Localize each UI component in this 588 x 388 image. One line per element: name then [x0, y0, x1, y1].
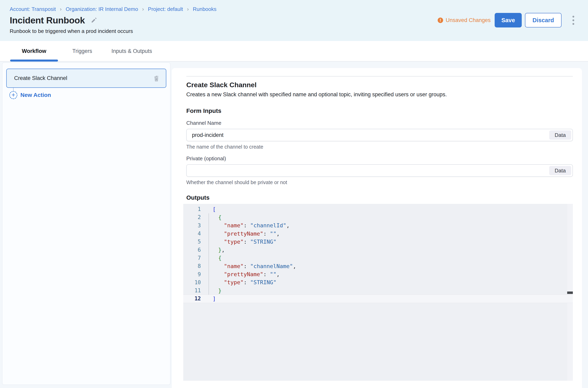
code-line[interactable]: 3"name": "channelId",	[183, 221, 573, 230]
action-detail-panel: Create Slack Channel Creates a new Slack…	[172, 68, 582, 388]
warning-icon: !	[438, 18, 443, 23]
private-data-button[interactable]: Data	[549, 166, 571, 175]
content-area: Create Slack Channel + New Action Create…	[0, 62, 588, 388]
workflow-step-create-slack-channel[interactable]: Create Slack Channel	[6, 69, 166, 88]
code-line-text: }	[204, 288, 221, 294]
code-line-text: "name": "channelName",	[204, 263, 296, 269]
editor-scrollbar-thumb[interactable]	[567, 291, 573, 294]
code-line-text: {	[204, 214, 221, 220]
page-subtitle: Runbook to be triggered when a prod inci…	[10, 28, 588, 34]
code-line[interactable]: 12]	[183, 294, 573, 303]
line-number: 1	[183, 206, 204, 212]
action-title: Create Slack Channel	[186, 81, 573, 89]
line-number: 3	[183, 222, 204, 229]
page-header: Account: Transposit › Organization: IR I…	[0, 0, 588, 41]
channel-name-input[interactable]	[186, 129, 573, 141]
unsaved-changes-status: ! Unsaved Changes	[438, 17, 491, 24]
code-line-text: },	[204, 247, 225, 253]
form-inputs-heading: Form Inputs	[186, 107, 573, 114]
code-rows: 1[2{3"name": "channelId",4"prettyName": …	[183, 204, 573, 303]
new-action-button[interactable]: + New Action	[9, 91, 166, 99]
chevron-right-icon: ›	[60, 6, 62, 12]
code-line[interactable]: 6},	[183, 246, 573, 254]
chevron-right-icon: ›	[187, 6, 189, 12]
tab-inputs-outputs[interactable]: Inputs & Outputs	[103, 41, 161, 61]
outputs-heading: Outputs	[186, 194, 573, 201]
line-number: 2	[183, 214, 204, 220]
breadcrumb-organization[interactable]: Organization: IR Internal Demo	[66, 6, 138, 12]
code-line[interactable]: 2{	[183, 213, 573, 221]
tab-bar: Workflow Triggers Inputs & Outputs	[0, 41, 588, 62]
plus-circle-icon: +	[9, 91, 17, 99]
chevron-right-icon: ›	[142, 6, 144, 12]
code-line-text: {	[204, 255, 221, 261]
private-label: Private (optional)	[186, 155, 573, 162]
top-divider	[186, 76, 573, 76]
private-input[interactable]	[186, 164, 573, 177]
code-line-text: ]	[204, 295, 216, 302]
breadcrumb: Account: Transposit › Organization: IR I…	[10, 6, 588, 12]
code-line[interactable]: 11}	[183, 287, 573, 294]
tab-workflow[interactable]: Workflow	[10, 41, 58, 61]
line-number: 11	[183, 288, 204, 293]
code-line-text: "type": "STRING"	[204, 239, 276, 245]
workflow-steps-panel: Create Slack Channel + New Action	[2, 62, 171, 385]
private-helper: Whether the channel should be private or…	[186, 179, 573, 185]
workflow-step-label: Create Slack Channel	[14, 75, 67, 81]
code-line-text: "name": "channelId",	[204, 222, 290, 229]
discard-button[interactable]: Discard	[525, 13, 561, 27]
action-description: Creates a new Slack channel with specifi…	[186, 92, 573, 98]
line-number: 4	[183, 231, 204, 237]
channel-name-label: Channel Name	[186, 120, 573, 126]
code-line[interactable]: 1[	[183, 205, 573, 213]
channel-name-data-button[interactable]: Data	[549, 130, 571, 140]
line-number: 8	[183, 263, 204, 269]
line-number: 7	[183, 255, 204, 261]
code-line-text: "prettyName": "",	[204, 271, 280, 277]
line-number: 9	[183, 271, 204, 277]
active-tab-indicator	[10, 60, 58, 62]
code-line-text: [	[204, 206, 216, 212]
code-line[interactable]: 4"prettyName": "",	[183, 230, 573, 238]
code-line[interactable]: 8"name": "channelName",	[183, 262, 573, 270]
edit-title-pencil-icon[interactable]	[90, 17, 97, 24]
code-line-text: "type": "STRING"	[204, 279, 276, 286]
tab-triggers[interactable]: Triggers	[66, 41, 98, 61]
channel-name-helper: The name of the channel to create	[186, 144, 573, 150]
code-line[interactable]: 9"prettyName": "",	[183, 270, 573, 278]
page-title: Incident Runbook	[10, 15, 85, 26]
breadcrumb-runbooks[interactable]: Runbooks	[193, 6, 216, 12]
new-action-label: New Action	[20, 92, 51, 98]
code-line[interactable]: 7{	[183, 254, 573, 262]
code-line[interactable]: 5"type": "STRING"	[183, 238, 573, 246]
line-number: 6	[183, 247, 204, 253]
line-number: 12	[183, 295, 204, 302]
code-line[interactable]: 10"type": "STRING"	[183, 278, 573, 287]
step-connector-line	[13, 88, 14, 91]
status-text: Unsaved Changes	[446, 17, 491, 24]
delete-step-trash-icon[interactable]	[153, 74, 160, 82]
breadcrumb-account[interactable]: Account: Transposit	[10, 6, 56, 12]
save-button[interactable]: Save	[495, 13, 522, 27]
kebab-menu-icon[interactable]	[571, 15, 575, 26]
breadcrumb-project[interactable]: Project: default	[148, 6, 183, 12]
line-number: 5	[183, 239, 204, 245]
code-line-text: "prettyName": "",	[204, 231, 280, 237]
outputs-code-editor[interactable]: 1[2{3"name": "channelId",4"prettyName": …	[183, 204, 573, 381]
line-number: 10	[183, 279, 204, 286]
